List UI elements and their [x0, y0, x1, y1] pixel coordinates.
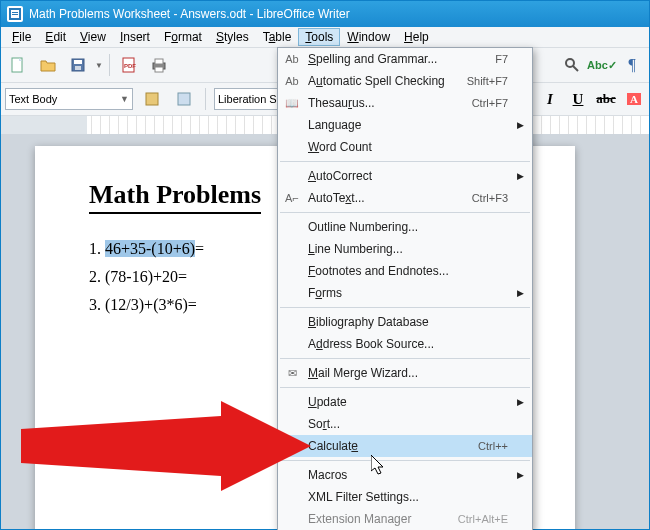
underline-button[interactable]: U — [567, 88, 589, 110]
window-title: Math Problems Worksheet - Answers.odt - … — [29, 7, 350, 21]
menu-thesaurus[interactable]: 📖Thesaurus...Ctrl+F7 — [278, 92, 532, 114]
menu-footnotes[interactable]: Footnotes and Endnotes... — [278, 260, 532, 282]
menu-linenum[interactable]: Line Numbering... — [278, 238, 532, 260]
open-button[interactable] — [35, 52, 61, 78]
menu-xml[interactable]: XML Filter Settings... — [278, 486, 532, 508]
strike-button[interactable]: abc — [595, 88, 617, 110]
menu-macros[interactable]: Macros▶ — [278, 464, 532, 486]
app-icon — [7, 6, 23, 22]
spellcheck-button[interactable]: Abc✓ — [589, 52, 615, 78]
svg-rect-13 — [155, 67, 163, 72]
menu-window[interactable]: Window — [340, 28, 397, 46]
svg-text:PDF: PDF — [124, 63, 136, 69]
menu-separator — [280, 212, 530, 213]
book-icon: 📖 — [284, 95, 300, 111]
menu-file[interactable]: File — [5, 28, 38, 46]
autospell-icon: Ab — [284, 73, 300, 89]
new-button[interactable] — [5, 52, 31, 78]
submenu-arrow-icon: ▶ — [517, 470, 524, 480]
menu-wordcount[interactable]: Word Count — [278, 136, 532, 158]
menubar: File Edit View Insert Format Styles Tabl… — [1, 27, 649, 48]
submenu-arrow-icon: ▶ — [517, 171, 524, 181]
menu-edit[interactable]: Edit — [38, 28, 73, 46]
paragraph-style-value: Text Body — [9, 93, 57, 105]
menu-autocorrect[interactable]: AutoCorrect▶ — [278, 165, 532, 187]
chevron-down-icon: ▼ — [120, 94, 129, 104]
doc-heading: Math Problems — [89, 180, 261, 214]
menu-sort[interactable]: Sort... — [278, 413, 532, 435]
autotext-icon: A⌐ — [284, 190, 300, 206]
save-button[interactable] — [65, 52, 91, 78]
menu-extmgr[interactable]: Extension ManagerCtrl+Alt+E — [278, 508, 532, 530]
svg-point-14 — [566, 59, 574, 67]
menu-styles[interactable]: Styles — [209, 28, 256, 46]
paragraph-style-combo[interactable]: Text Body ▼ — [5, 88, 133, 110]
svg-rect-7 — [74, 60, 82, 64]
svg-rect-12 — [155, 59, 163, 64]
menu-separator — [280, 307, 530, 308]
font-value: Liberation S — [218, 93, 277, 105]
submenu-arrow-icon: ▶ — [517, 397, 524, 407]
svg-rect-3 — [12, 14, 18, 15]
menu-update[interactable]: Update▶ — [278, 391, 532, 413]
formatting-marks-button[interactable]: ¶ — [619, 52, 645, 78]
menu-separator — [280, 387, 530, 388]
tools-menu: AbSpelling and Grammar...F7 AbAutomatic … — [277, 47, 533, 530]
mail-icon: ✉ — [284, 365, 300, 381]
menu-calculate[interactable]: CalculateCtrl++ — [278, 435, 532, 457]
svg-rect-17 — [178, 93, 190, 105]
menu-address[interactable]: Address Book Source... — [278, 333, 532, 355]
titlebar: Math Problems Worksheet - Answers.odt - … — [1, 1, 649, 27]
menu-table[interactable]: Table — [256, 28, 299, 46]
menu-separator — [280, 161, 530, 162]
find-button[interactable] — [559, 52, 585, 78]
svg-rect-16 — [146, 93, 158, 105]
menu-format[interactable]: Format — [157, 28, 209, 46]
menu-language[interactable]: Language▶ — [278, 114, 532, 136]
submenu-arrow-icon: ▶ — [517, 288, 524, 298]
menu-separator — [280, 460, 530, 461]
menu-biblio[interactable]: Bibliography Database — [278, 311, 532, 333]
menu-tools[interactable]: Tools — [298, 28, 340, 46]
submenu-arrow-icon: ▶ — [517, 120, 524, 130]
export-pdf-button[interactable]: PDF — [116, 52, 142, 78]
menu-outline[interactable]: Outline Numbering... — [278, 216, 532, 238]
spellcheck-icon: Ab — [284, 51, 300, 67]
svg-rect-8 — [75, 66, 81, 70]
menu-help[interactable]: Help — [397, 28, 436, 46]
update-style-button[interactable] — [139, 86, 165, 112]
menu-mailmerge[interactable]: ✉Mail Merge Wizard... — [278, 362, 532, 384]
app-window: Math Problems Worksheet - Answers.odt - … — [0, 0, 650, 530]
highlight-button[interactable]: A — [623, 88, 645, 110]
menu-autospell[interactable]: AbAutomatic Spell CheckingShift+F7 — [278, 70, 532, 92]
svg-rect-2 — [12, 12, 18, 13]
menu-separator — [280, 358, 530, 359]
menu-forms[interactable]: Forms▶ — [278, 282, 532, 304]
menu-autotext[interactable]: A⌐AutoText...Ctrl+F3 — [278, 187, 532, 209]
selection: 46+35-(10+6) — [105, 240, 195, 257]
new-style-button[interactable] — [171, 86, 197, 112]
svg-line-15 — [573, 66, 578, 71]
italic-button[interactable]: I — [539, 88, 561, 110]
menu-spelling[interactable]: AbSpelling and Grammar...F7 — [278, 48, 532, 70]
menu-insert[interactable]: Insert — [113, 28, 157, 46]
menu-view[interactable]: View — [73, 28, 113, 46]
print-button[interactable] — [146, 52, 172, 78]
